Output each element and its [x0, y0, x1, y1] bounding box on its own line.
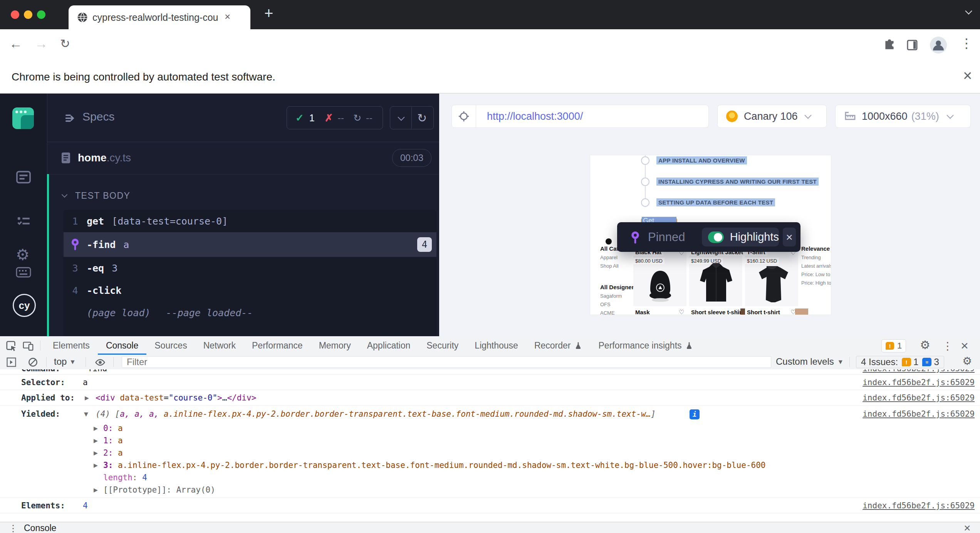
tab-performance-insights[interactable]: Performance insights	[591, 336, 701, 355]
tab-application[interactable]: Application	[359, 336, 419, 355]
cypress-cy-logo[interactable]: cy	[13, 294, 36, 317]
wishlist-heart-icon[interactable]: ♡	[735, 308, 740, 315]
reload-icon[interactable]: ↻	[60, 37, 70, 51]
traffic-light-zoom[interactable]	[37, 10, 45, 19]
side-panel-icon[interactable]	[906, 39, 918, 51]
context-selector[interactable]: top ▼	[54, 356, 74, 367]
store-sort-link[interactable]: Latest arrivals	[801, 263, 831, 269]
eye-watch-icon[interactable]	[95, 357, 106, 368]
specs-menu-icon[interactable]	[64, 112, 76, 124]
store-sort-link[interactable]: Trending	[801, 255, 821, 260]
console-filter-input[interactable]	[122, 356, 771, 368]
collapse-triangle-icon[interactable]: ▼	[84, 411, 88, 417]
store-sort-link[interactable]: Price: Low to high	[801, 272, 831, 277]
product-card[interactable]: Black Hat $80.00 USD ♡	[633, 248, 686, 306]
info-icon[interactable]: i	[690, 409, 700, 419]
source-link[interactable]: index.fd56be2f.js:65029	[863, 393, 975, 402]
expand-triangle-icon[interactable]: ▶	[85, 395, 89, 401]
console-row-clipped[interactable]: Command: -find index.fd56be2f.js:65029	[0, 369, 980, 374]
store-sort-link[interactable]: Price: High to low	[801, 280, 831, 286]
extensions-puzzle-icon[interactable]	[883, 39, 896, 52]
command-row-click[interactable]: 4 -click	[64, 279, 436, 302]
wishlist-heart-icon[interactable]: ♡	[679, 308, 684, 315]
source-link[interactable]: index.fd56be2f.js:65029	[863, 378, 975, 387]
issues-summary-button[interactable]: 4 Issues: ! 1 ≡ 3	[856, 356, 944, 368]
command-row-find-pinned[interactable]: -find a 4	[64, 232, 436, 257]
forward-icon[interactable]: →	[35, 36, 48, 51]
source-link[interactable]: index.fd56be2f.js:65029	[863, 501, 975, 510]
sidebar-item-specs-icon[interactable]	[15, 213, 32, 229]
store-designer-link[interactable]: OFS	[600, 302, 611, 307]
tab-security[interactable]: Security	[418, 336, 467, 355]
highlights-toggle-group[interactable]: Highlights	[702, 228, 779, 246]
devtools-settings-gear-icon[interactable]: ⚙	[920, 339, 930, 351]
product-name[interactable]: Short t-shirt	[745, 308, 782, 315]
spec-row[interactable]: home.cy.ts 00:03	[47, 142, 439, 174]
command-row-eq[interactable]: 3 -eq 3	[64, 257, 436, 279]
drawer-menu-dots-icon[interactable]: ⋮	[8, 523, 18, 533]
viewport-button[interactable]: 1000x660 (31%)	[835, 105, 971, 128]
collapse-chevron-icon[interactable]	[398, 114, 404, 121]
browser-menu-dots-icon[interactable]: ⋮	[960, 35, 973, 51]
store-category-link[interactable]: Apparel	[600, 255, 618, 260]
test-body-section-header[interactable]: TEST BODY	[62, 191, 130, 201]
tab-lighthouse[interactable]: Lighthouse	[467, 336, 526, 355]
wishlist-heart-icon[interactable]: ♡	[790, 308, 796, 315]
clear-console-icon[interactable]	[28, 357, 38, 367]
settings-gear-icon[interactable]: ⚙	[16, 247, 30, 262]
passed-check-icon: ✓	[295, 112, 304, 124]
tooltip-close-button[interactable]: ×	[783, 228, 796, 246]
highlights-toggle[interactable]	[708, 231, 724, 243]
tab-memory[interactable]: Memory	[311, 336, 359, 355]
tab-performance[interactable]: Performance	[244, 336, 311, 355]
aut-url-bar[interactable]: http://localhost:3000/	[451, 105, 709, 128]
tab-search-chevron-icon[interactable]	[965, 7, 972, 14]
store-category-link[interactable]: Shop All	[600, 263, 619, 269]
log-levels-selector[interactable]: Custom levels ▼	[776, 356, 842, 367]
devtools-menu-dots-icon[interactable]: ⋮	[942, 340, 953, 352]
console-sidebar-toggle-icon[interactable]	[6, 357, 17, 367]
drawer-console-tab[interactable]: Console	[24, 523, 56, 533]
tab-elements[interactable]: Elements	[45, 336, 98, 355]
traffic-light-minimize[interactable]	[24, 10, 32, 19]
command-row-get[interactable]: 1 get [data-test=course-0]	[64, 210, 436, 232]
infobar-close-icon[interactable]: ×	[963, 67, 972, 84]
browser-tab[interactable]: cypress-realworld-testing-cou ×	[69, 5, 250, 29]
back-icon[interactable]: ←	[9, 36, 22, 51]
devtools-close-icon[interactable]: ×	[961, 338, 968, 353]
console-settings-gear-icon[interactable]: ⚙	[962, 356, 972, 367]
sidebar-item-runs-icon[interactable]	[15, 169, 32, 185]
browser-select-button[interactable]: Canary 106	[717, 105, 827, 128]
cypress-app-logo[interactable]	[12, 107, 34, 129]
drawer-close-icon[interactable]: ×	[964, 521, 971, 533]
profile-avatar[interactable]	[929, 36, 948, 54]
expand-triangle-icon[interactable]: ▶	[94, 450, 98, 456]
device-toolbar-icon[interactable]	[22, 340, 34, 352]
store-designer-link[interactable]: ACME	[600, 310, 615, 315]
issues-counter-button[interactable]: ! 1	[881, 339, 906, 352]
expand-triangle-icon[interactable]: ▶	[94, 437, 98, 444]
tab-sources[interactable]: Sources	[146, 336, 195, 355]
product-name[interactable]: Mask	[633, 308, 652, 315]
command-row-page-load[interactable]: (page load) --page loaded--	[64, 302, 436, 324]
source-link[interactable]: index.fd56be2f.js:65029	[863, 409, 975, 419]
new-tab-button[interactable]: +	[264, 5, 273, 22]
rerun-icon[interactable]: ↻	[417, 111, 427, 125]
product-card[interactable]: T-Shirt $160.12 USD ♡	[745, 248, 798, 306]
console-log: Command: -find index.fd56be2f.js:65029 S…	[0, 369, 980, 522]
step-circle	[641, 156, 649, 165]
store-designer-link[interactable]: Sagaform	[600, 293, 622, 299]
traffic-light-close[interactable]	[11, 10, 19, 19]
keyboard-shortcuts-icon[interactable]	[16, 267, 31, 278]
tab-close-icon[interactable]: ×	[225, 11, 230, 23]
expand-triangle-icon[interactable]: ▶	[94, 487, 98, 493]
inspect-element-icon[interactable]	[5, 340, 17, 352]
tab-console[interactable]: Console	[98, 336, 146, 355]
expand-triangle-icon[interactable]: ▶	[94, 425, 98, 431]
tab-recorder[interactable]: Recorder	[526, 336, 591, 355]
tab-network[interactable]: Network	[195, 336, 244, 355]
expand-triangle-icon[interactable]: ▶	[94, 462, 98, 468]
source-link[interactable]: index.fd56be2f.js:65029	[863, 369, 975, 373]
selector-playground-icon[interactable]	[452, 105, 476, 127]
product-card[interactable]: Lightweight Jacket $249.99 USD ♡	[689, 248, 742, 306]
